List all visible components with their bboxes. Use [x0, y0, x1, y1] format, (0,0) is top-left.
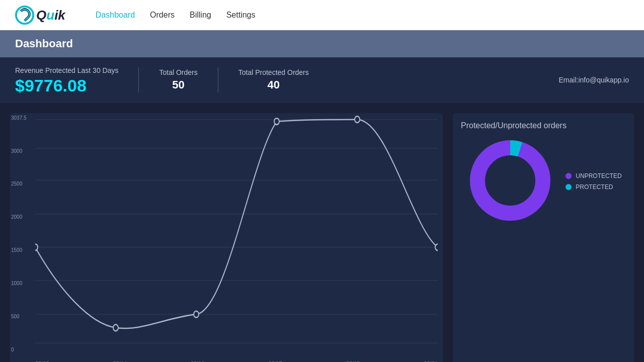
stats-bar: Revenue Protected Last 30 Days $9776.08 … — [0, 57, 644, 103]
protected-dot — [566, 184, 572, 190]
total-protected-value: 40 — [268, 78, 280, 92]
donut-card: Protected/Unprotected orders — [453, 113, 634, 362]
revenue-value: $9776.08 — [15, 77, 118, 94]
donut-chart — [465, 135, 555, 228]
unprotected-dot — [566, 173, 572, 179]
logo: Quik — [15, 6, 65, 25]
revenue-block: Revenue Protected Last 30 Days $9776.08 — [15, 66, 118, 94]
revenue-label: Revenue Protected Last 30 Days — [15, 66, 118, 75]
legend-protected: PROTECTED — [566, 184, 621, 191]
donut-title: Protected/Unprotected orders — [461, 121, 567, 130]
y-label-1000: 1000 — [11, 281, 27, 286]
nav-settings[interactable]: Settings — [226, 11, 256, 20]
donut-area: UNPROTECTED PROTECTED — [461, 135, 626, 228]
total-orders-label: Total Orders — [159, 68, 197, 76]
main-content: 3037.5 3000 2500 2000 1500 1000 500 0 08… — [0, 103, 644, 362]
logo-text: Quik — [36, 8, 65, 23]
total-protected-label: Total Protected Orders — [238, 68, 309, 76]
y-label-2000: 2000 — [11, 214, 27, 220]
divider-1 — [138, 67, 139, 93]
legend-unprotected: UNPROTECTED — [566, 172, 621, 179]
y-label-0: 0 — [11, 347, 27, 352]
legend: UNPROTECTED PROTECTED — [566, 172, 621, 191]
nav-orders[interactable]: Orders — [150, 11, 175, 20]
nav-links: Dashboard Orders Billing Settings — [96, 11, 256, 20]
y-label-3037: 3037.5 — [11, 115, 27, 121]
point-1 — [113, 324, 118, 331]
total-orders-value: 50 — [172, 78, 184, 92]
right-panel: Protected/Unprotected orders — [453, 113, 634, 362]
email-block: Email:info@quikapp.io — [558, 76, 629, 84]
point-4 — [355, 116, 360, 123]
total-protected-block: Total Protected Orders 40 — [238, 68, 309, 92]
protected-label: PROTECTED — [576, 184, 613, 191]
logo-icon — [15, 6, 34, 25]
point-0 — [35, 244, 38, 250]
total-orders-block: Total Orders 50 — [159, 68, 197, 92]
y-label-3000: 3000 — [11, 148, 27, 154]
page-title: Dashboard — [15, 37, 629, 50]
point-3 — [274, 118, 279, 125]
nav-dashboard[interactable]: Dashboard — [96, 11, 135, 20]
page-header: Dashboard — [0, 30, 644, 57]
divider-2 — [218, 67, 218, 93]
unprotected-label: UNPROTECTED — [576, 172, 621, 179]
navbar: Quik Dashboard Orders Billing Settings — [0, 0, 644, 30]
y-label-500: 500 — [11, 314, 27, 319]
nav-billing[interactable]: Billing — [190, 11, 211, 20]
y-label-1500: 1500 — [11, 247, 27, 253]
svg-point-11 — [488, 158, 533, 203]
point-2 — [194, 311, 199, 318]
chart-container: 3037.5 3000 2500 2000 1500 1000 500 0 08… — [10, 113, 443, 362]
email-text: Email:info@quikapp.io — [558, 76, 629, 84]
y-label-2500: 2500 — [11, 181, 27, 187]
line-chart — [35, 113, 438, 349]
point-5 — [435, 244, 438, 250]
